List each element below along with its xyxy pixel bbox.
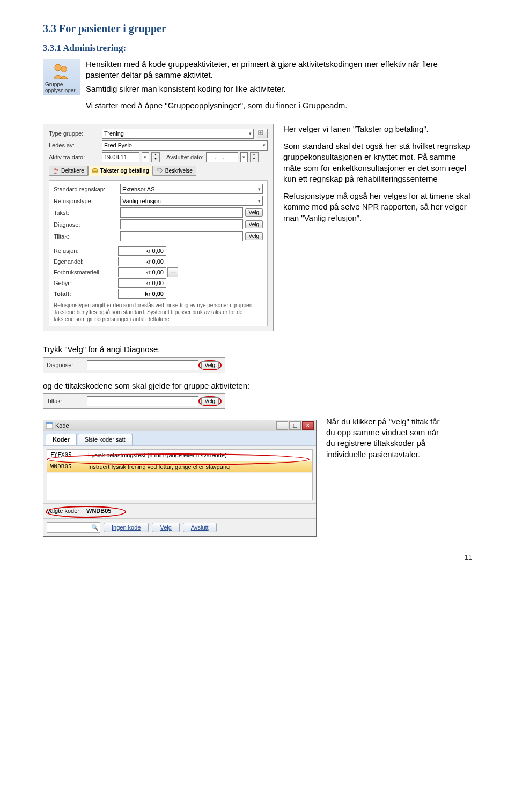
tag-icon <box>157 167 164 174</box>
tab-beskrivelse[interactable]: Beskrivelse <box>153 166 196 176</box>
svg-point-6 <box>92 169 98 172</box>
valgte-koder-value: WNDB05 <box>86 507 111 515</box>
ingen-kode-button[interactable]: Ingen kode <box>104 523 149 532</box>
side-paragraph-1: Her velger vi fanen "Takster og betaling… <box>283 124 472 135</box>
gruppe-panel: Type gruppe: Trening Ledes av: Fred Fysi… <box>43 124 274 332</box>
tab-koder[interactable]: Koder <box>46 434 77 445</box>
standard-regnskap-label: Standard regnskap: <box>54 185 118 193</box>
tiltak-label: Tiltak: <box>54 233 118 241</box>
totalt-value: kr 0,00 <box>118 289 166 299</box>
kode-footer: Valgte koder: WNDB05 <box>43 503 316 518</box>
type-gruppe-dropdown[interactable]: Trening <box>102 129 254 139</box>
coins-icon <box>92 167 99 174</box>
tiltak-single-field: Tiltak: Velg <box>43 393 225 409</box>
side-explanation-2: Når du klikker på "velg" tiltak får du o… <box>326 416 444 466</box>
avsluttet-stepper[interactable]: ▲▼ <box>250 152 259 162</box>
intro-paragraph-3: Vi starter med å åpne "Gruppeopplysninge… <box>86 100 472 111</box>
tab-deltakere[interactable]: Deltakere <box>49 166 88 176</box>
velg-highlight-icon: Velg <box>198 360 222 370</box>
kode-row-selected[interactable]: WNDB05Instruert fysisk trening ved fottu… <box>47 461 312 473</box>
section-heading: 3.3 For pasienter i grupper <box>43 21 472 36</box>
aktiv-fra-picker[interactable] <box>142 152 149 162</box>
avsluttet-label: Avsluttet dato: <box>166 153 204 161</box>
mid-text-1: Trykk "Velg" for å angi Diagnose, <box>43 344 472 355</box>
standard-regnskap-dropdown[interactable]: Extensor AS <box>120 184 263 194</box>
intro-block: Gruppe-opplysninger Hensikten med å kode… <box>43 59 472 114</box>
tab-takster-og-betaling[interactable]: Takster og betaling <box>88 166 153 176</box>
valgte-koder-label: Valgte koder: <box>47 507 81 515</box>
search-icon: 🔍 <box>90 524 100 532</box>
egenandel-label: Egenandel: <box>54 258 118 266</box>
side-paragraph-2: Som standard skal det også her stå hvilk… <box>283 141 472 184</box>
page-number: 11 <box>43 553 472 562</box>
tiltak-single-label: Tiltak: <box>47 397 87 405</box>
refusjon-label: Refusjon: <box>54 247 118 255</box>
side-paragraph-3: Refusjonstype må også her velges for at … <box>283 191 472 224</box>
panel-footnote: Refusjonstypen angitt er den som foreslå… <box>54 302 263 323</box>
kode-list[interactable]: FYFX05Fysisk belastningstest (6 min gang… <box>47 449 313 501</box>
svg-point-1 <box>61 66 67 72</box>
forbruk-detail-button[interactable]: … <box>167 267 178 277</box>
svg-point-3 <box>54 168 56 170</box>
takst-input[interactable] <box>120 207 243 218</box>
takst-velg-button[interactable]: Velg <box>245 208 263 217</box>
diagnose-single-input[interactable] <box>87 360 198 370</box>
svg-point-4 <box>56 169 58 171</box>
kode-action-bar: 🔍 Ingen kode Velg Avslutt <box>43 518 316 536</box>
gebyr-value[interactable]: kr 0,00 <box>118 278 166 288</box>
mid-text-2: og de tiltakskodene som skal gjelde for … <box>43 381 472 391</box>
kode-window: Kode — ▢ ✕ Koder Siste koder satt FYFX05… <box>43 420 317 537</box>
takst-label: Takst: <box>54 209 118 217</box>
kode-titlebar[interactable]: Kode — ▢ ✕ <box>43 420 316 431</box>
totalt-label: Totalt: <box>54 290 118 298</box>
maximize-button[interactable]: ▢ <box>289 421 301 430</box>
avslutt-button[interactable]: Avslutt <box>183 523 217 532</box>
type-gruppe-label: Type gruppe: <box>49 130 100 138</box>
subsection-heading: 3.3.1 Administrering: <box>43 42 472 55</box>
aktiv-fra-label: Aktiv fra dato: <box>49 153 100 161</box>
diagnose-label: Diagnose: <box>54 221 118 229</box>
aktiv-fra-stepper[interactable]: ▲▼ <box>151 152 160 162</box>
intro-paragraph-1: Hensikten med å kode gruppeaktiviteter, … <box>86 59 472 81</box>
close-button[interactable]: ✕ <box>302 421 314 430</box>
diagnose-single-label: Diagnose: <box>47 361 87 369</box>
side2-paragraph: Når du klikker på "velg" tiltak får du o… <box>326 416 444 460</box>
velg-button[interactable]: Velg <box>152 523 179 532</box>
diagnose-single-velg-button[interactable]: Velg <box>201 361 219 369</box>
minimize-button[interactable]: — <box>276 421 288 430</box>
side-explanation: Her velger vi fanen "Takster og betaling… <box>283 124 472 230</box>
kode-search-input[interactable]: 🔍 <box>47 522 100 533</box>
tiltak-velg-button[interactable]: Velg <box>245 232 263 240</box>
forbruksmateriell-label: Forbruksmateriell: <box>54 269 118 277</box>
tiltak-input[interactable] <box>120 231 243 241</box>
diagnose-single-field: Diagnose: Velg <box>43 357 225 373</box>
svg-rect-8 <box>46 422 53 424</box>
diagnose-input[interactable] <box>120 219 243 229</box>
ledes-av-label: Ledes av: <box>49 141 100 150</box>
forbruksmateriell-value[interactable]: kr 0,00 <box>118 267 166 277</box>
kode-title-text: Kode <box>55 422 69 430</box>
tile-label: Gruppe-opplysninger <box>45 81 78 93</box>
diagnose-velg-button[interactable]: Velg <box>245 220 263 228</box>
refusjonstype-label: Refusjonstype: <box>54 197 118 205</box>
detail-open-icon[interactable] <box>257 129 268 138</box>
window-app-icon <box>46 422 53 429</box>
egenandel-value[interactable]: kr 0,00 <box>118 257 166 266</box>
tab-siste-koder[interactable]: Siste koder satt <box>78 434 133 445</box>
takster-subpanel: Standard regnskap:Extensor AS Refusjonst… <box>49 180 268 326</box>
aktiv-fra-input[interactable]: 19.08.11 <box>102 152 139 162</box>
people-icon <box>53 167 60 174</box>
velg-highlight-icon: Velg <box>198 396 222 406</box>
gruppeopplysninger-tile[interactable]: Gruppe-opplysninger <box>43 59 80 95</box>
avsluttet-picker[interactable] <box>240 152 248 162</box>
svg-point-0 <box>55 64 61 71</box>
avsluttet-input[interactable]: __.__.__ <box>206 152 238 162</box>
intro-paragraph-2: Samtidig sikrer man konsistent koding fo… <box>86 84 472 94</box>
refusjonstype-dropdown[interactable]: Vanlig refusjon <box>120 196 263 206</box>
kode-row[interactable]: FYFX05Fysisk belastningstest (6 min gang… <box>47 450 312 461</box>
gebyr-label: Gebyr: <box>54 279 118 287</box>
group-people-icon <box>50 62 73 80</box>
tiltak-single-velg-button[interactable]: Velg <box>201 397 219 405</box>
tiltak-single-input[interactable] <box>87 396 198 406</box>
ledes-av-dropdown[interactable]: Fred Fysio <box>102 140 268 151</box>
